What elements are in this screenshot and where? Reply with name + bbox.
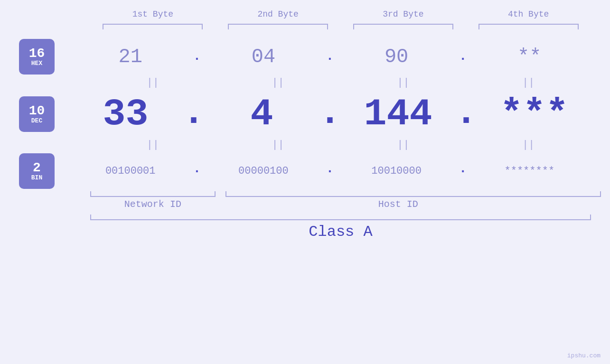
bin-dot-2: . <box>325 161 335 176</box>
bin-byte-4: ******** <box>504 165 554 177</box>
byte-header-2: 2nd Byte <box>216 9 341 19</box>
host-id-bracket <box>225 191 601 197</box>
byte-header-1: 1st Byte <box>90 9 216 19</box>
dec-byte-4: *** <box>500 93 568 136</box>
equals-1-2: || <box>216 77 341 89</box>
bin-byte-1: 00100001 <box>105 165 156 177</box>
dec-byte-2: 4 <box>250 93 273 136</box>
hex-badge: 16 HEX <box>19 39 55 75</box>
dec-byte-1: 33 <box>103 93 148 136</box>
dec-dot-2: . <box>319 91 341 134</box>
hex-byte-1: 21 <box>118 46 142 68</box>
equals-2-3: || <box>341 139 466 151</box>
dec-base-label: DEC <box>31 118 42 124</box>
bin-byte-4-cell: ******** <box>468 165 591 177</box>
bottom-brackets-area: Network ID Host ID <box>90 191 591 210</box>
bin-values-row: 00100001 . 00000100 . 10010000 . *******… <box>69 161 591 181</box>
network-host-labels: Network ID Host ID <box>90 199 591 210</box>
bin-dot-3: . <box>458 161 468 176</box>
hex-byte-4: ** <box>517 46 541 68</box>
equals-2-2: || <box>216 139 341 151</box>
class-label: Class A <box>90 223 591 241</box>
byte-headers-row: 1st Byte 2nd Byte 3rd Byte 4th Byte <box>90 9 591 19</box>
bin-base-label: BIN <box>31 175 42 181</box>
dec-byte-1-cell: 33 <box>69 93 182 136</box>
hex-base-label: HEX <box>31 60 42 66</box>
bin-row: 2 BIN 00100001 . 00000100 . 10010000 . *… <box>19 153 591 189</box>
network-id-label: Network ID <box>90 199 216 210</box>
bin-byte-2: 00000100 <box>238 165 289 177</box>
host-id-label: Host ID <box>206 199 591 210</box>
bin-byte-3: 10010000 <box>371 165 422 177</box>
hex-byte-1-cell: 21 <box>69 46 192 68</box>
top-bracket-cell-3 <box>341 24 466 29</box>
equals-1-4: || <box>466 77 591 89</box>
hex-dot-2: . <box>325 49 335 64</box>
top-bracket-cell-4 <box>466 24 591 29</box>
hex-byte-2-cell: 04 <box>202 46 325 68</box>
dec-values-row: 33 . 4 . 144 . *** <box>69 91 591 137</box>
top-bracket-3 <box>353 24 453 29</box>
class-bar-line <box>90 215 591 220</box>
dec-byte-2-cell: 4 <box>205 93 319 136</box>
hex-byte-3-cell: 90 <box>335 46 458 68</box>
dec-byte-3: 144 <box>364 93 432 136</box>
top-bracket-cell-1 <box>90 24 216 29</box>
equals-1-3: || <box>341 77 466 89</box>
hex-values-row: 21 . 04 . 90 . ** <box>69 46 591 68</box>
byte-header-3: 3rd Byte <box>341 9 466 19</box>
bin-dot-1: . <box>192 161 202 176</box>
dec-dot-1: . <box>182 91 205 134</box>
equals-row-1: || || || || <box>90 77 591 89</box>
bin-byte-2-cell: 00000100 <box>202 165 325 177</box>
top-bracket-4 <box>479 24 579 29</box>
dec-row: 10 DEC 33 . 4 . 144 . *** <box>19 91 591 137</box>
hex-byte-2: 04 <box>252 46 275 68</box>
byte-header-4: 4th Byte <box>466 9 591 19</box>
hex-byte-4-cell: ** <box>468 46 591 68</box>
bin-base-number: 2 <box>33 161 41 175</box>
dec-base-number: 10 <box>29 104 45 118</box>
hex-byte-3: 90 <box>385 46 408 68</box>
bottom-brackets-row <box>90 191 591 197</box>
hex-row: 16 HEX 21 . 04 . 90 . ** <box>19 39 591 75</box>
watermark: ipshu.com <box>567 352 601 359</box>
top-bracket-cell-2 <box>216 24 341 29</box>
network-id-bracket <box>90 191 216 197</box>
dec-badge: 10 DEC <box>19 96 55 132</box>
dec-byte-4-cell: *** <box>478 93 591 136</box>
equals-row-2: || || || || <box>90 139 591 151</box>
equals-2-4: || <box>466 139 591 151</box>
dec-byte-3-cell: 144 <box>341 93 455 136</box>
main-container: 1st Byte 2nd Byte 3rd Byte 4th Byte 16 H… <box>0 0 610 364</box>
hex-base-number: 16 <box>29 47 45 60</box>
dec-dot-3: . <box>455 91 478 134</box>
bin-byte-1-cell: 00100001 <box>69 165 192 177</box>
class-bar: Class A <box>90 215 591 241</box>
equals-2-1: || <box>90 139 216 151</box>
bin-byte-3-cell: 10010000 <box>335 165 458 177</box>
hex-dot-1: . <box>192 49 202 64</box>
top-brackets-row <box>90 24 591 29</box>
top-bracket-2 <box>228 24 328 29</box>
bin-badge: 2 BIN <box>19 153 55 189</box>
top-bracket-1 <box>103 24 203 29</box>
equals-1-1: || <box>90 77 216 89</box>
hex-dot-3: . <box>458 49 468 64</box>
